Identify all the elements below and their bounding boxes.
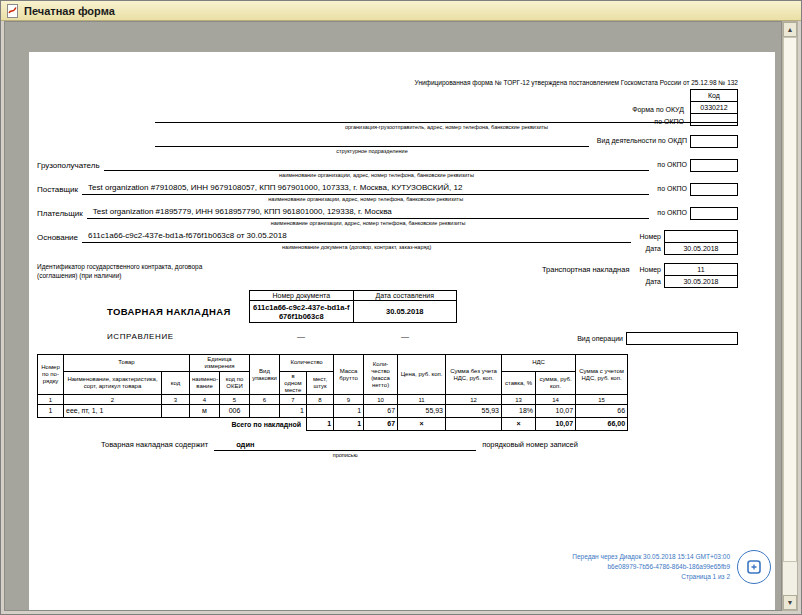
transport-date-label: Дата [639,278,661,285]
vertical-scrollbar[interactable]: ▲ ▼ [782,21,798,611]
totals-label: Всего по накладной [38,418,307,431]
table-column-numbers: 1 2 3 4 5 6 7 8 9 10 11 12 13 [38,395,628,405]
okpo-cell-supplier [690,183,738,196]
table-header-subs: Наименование, характеристика, сорт, арти… [38,371,628,395]
cell-package [250,405,280,418]
titlebar[interactable]: Печатная форма [1,1,801,21]
okpo-label-payer: по ОКПО [657,206,687,216]
col-header-net: Коли-чество (масса нетто) [364,355,398,395]
supplier-caption: наименование организации, адрес, номер т… [82,196,649,202]
consignee-row: Грузополучатель наименование организации… [37,158,738,178]
print-form-window: Печатная форма Унифицированная форма № Т… [0,0,802,615]
struct-unit-row: структурное подразделение Вид деятельнос… [37,134,738,154]
cell-perplace: 1 [280,405,307,418]
cell-okei: 006 [220,405,250,418]
basis-value: 611c1a66-c9c2-437e-bd1a-f676f1b063c8 от … [82,230,631,243]
supplier-field: Test organization #7910805, ИНН 96791080… [82,182,649,202]
scroll-down-button[interactable]: ▼ [783,595,797,610]
okpo-label-supplier: по ОКПО [657,182,687,192]
goods-table: Номер по по-рядку Товар Единица измерени… [37,354,628,431]
colnum: 1 [38,395,64,405]
basis-caption: наименование документа (договор, контрак… [82,244,631,250]
document-page: Унифицированная форма № ТОРГ-12 утвержде… [29,52,775,611]
cell-sum-novat: 55,93 [446,405,502,418]
col-group-unit: Единица измерения [190,355,250,372]
codes-spacer [632,94,684,97]
colnum: 12 [446,395,502,405]
scrollbar-track[interactable] [783,37,797,595]
col-header-vatrate: ставка, % [502,371,536,395]
col-header-gross: Масса брутто [334,355,364,395]
consignee-caption: наименование организации, адрес, номер т… [104,172,650,178]
col-header-okei: код по ОКЕИ [220,371,250,395]
col-header-rownum: Номер по по-рядку [38,355,64,395]
payer-label: Плательщик [37,206,83,218]
col-group-goods: Товар [64,355,190,372]
number-date-table: Номер документа Дата составления 611c1a6… [249,290,457,323]
col-header-sum-novat: Сумма без учета НДС, руб. коп. [446,355,502,395]
scrollbar-thumb[interactable] [783,37,797,562]
print-form-icon [6,4,19,18]
total-price-x: × [398,418,446,431]
col-header-code: код [162,371,190,395]
payer-value: Test organization #1895779, ИНН 96189577… [87,206,650,219]
title-block: ТОВАРНАЯ НАКЛАДНАЯ ИСПРАВЛЕНИЕ Номер док… [37,290,738,354]
transport-date-cell: 30.05.2018 [664,275,738,288]
correction-label: ИСПРАВЛЕНИЕ [107,332,174,341]
cell-rownum: 1 [38,405,64,418]
document-title: ТОВАРНАЯ НАКЛАДНАЯ [107,306,231,317]
records-count-tail: порядковый номер записей [482,440,578,449]
cell-code [162,405,190,418]
doc-number-header: Номер документа [250,291,354,301]
diadoc-stamp-icon [737,550,771,584]
colnum: 9 [334,395,364,405]
supplier-row: Поставщик Test organization #7910805, ИН… [37,182,738,202]
doc-number-value: 611c1a66-c9c2-437e-bd1a-f676f1b063c8 [250,301,354,323]
cell-unit: м [190,405,220,418]
col-header-price: Цена, руб. коп. [398,355,446,395]
okdp-value-cell [690,135,738,148]
col-header-vatsum: сумма, руб. коп. [536,371,576,395]
records-count-lead: Товарная накладная содержит [101,440,208,449]
operation-row: Вид операции [569,332,738,345]
diadoc-text: Передан через Диадок 30.05.2018 15:14 GM… [572,552,730,582]
colnum: 8 [307,395,334,405]
okpo-label-consignee: по ОКПО [657,158,687,168]
spacer [222,263,542,288]
payer-caption: наименование организации, адрес, номер т… [87,220,650,226]
okdp-label: Вид деятельности по ОКДП [597,134,687,144]
operation-cell [626,332,738,345]
basis-date-label: Дата [639,245,661,252]
diadoc-page-line: Страница 1 из 2 [572,572,730,582]
col-header-name: Наименование, характеристика, сорт, арти… [64,371,162,395]
supplier-label: Поставщик [37,182,78,194]
operation-label: Вид операции [577,335,623,342]
col-group-vat: НДС [502,355,576,372]
okud-label: Форма по ОКУД [632,103,684,113]
colnum: 4 [190,395,220,405]
correction-dashes: — — [249,332,457,341]
preview-viewport[interactable]: Унифицированная форма № ТОРГ-12 утвержде… [4,21,782,611]
supplier-value: Test organization #7910805, ИНН 96791080… [82,182,649,195]
col-header-package: Вид упаковки [250,355,280,395]
col-header-places: мест, штук [307,371,334,395]
goods-row: 1 еее, пт, 1, 1 м 006 1 1 67 55,93 55,93 [38,405,628,418]
cell-vatsum: 10,07 [536,405,576,418]
basis-number-label: Номер [639,233,661,240]
codes-box: Код Форма по ОКУД 0330212 по ОКПО [624,89,738,126]
records-count-caption: прописью [214,452,476,458]
diadoc-id-line: b6e08979-7b56-4786-864b-186a99e65fb9 [572,562,730,572]
cell-net: 67 [364,405,398,418]
window-body: Унифицированная форма № ТОРГ-12 утвержде… [1,21,801,614]
scroll-up-button[interactable]: ▲ [783,22,797,37]
consignee-line [104,158,650,171]
cell-price: 55,93 [398,405,446,418]
consignee-label: Грузополучатель [37,158,100,170]
colnum: 13 [502,395,536,405]
payer-row: Плательщик Test organization #1895779, И… [37,206,738,226]
colnum: 6 [250,395,280,405]
total-gross: 1 [334,418,364,431]
consignee-field: наименование организации, адрес, номер т… [104,158,650,178]
basis-label: Основание [37,230,78,242]
colnum: 5 [220,395,250,405]
